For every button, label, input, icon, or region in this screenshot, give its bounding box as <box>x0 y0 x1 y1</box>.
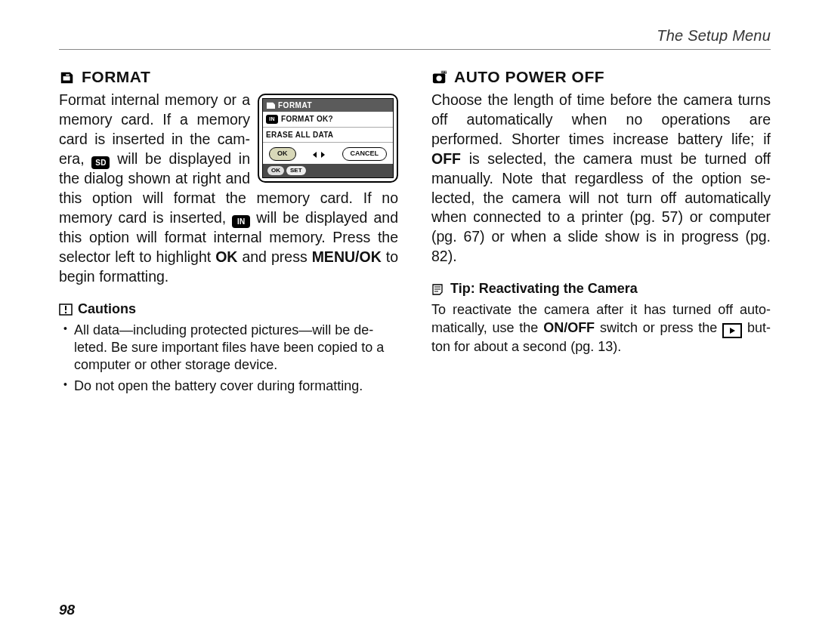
running-header: The Setup Menu <box>59 27 771 50</box>
dialog-cancel-button: CANCEL <box>342 147 388 161</box>
dialog-line-1-text: FORMAT OK? <box>281 114 333 124</box>
two-column-layout: FORMAT FORMAT <box>59 66 771 398</box>
svg-text:OFF: OFF <box>441 71 447 74</box>
auto-power-off-body: Choose the length of time before the cam… <box>431 91 771 267</box>
dialog-button-row: OK CANCEL <box>263 142 393 164</box>
body-part-1: Choose the length of time before the cam… <box>431 91 771 147</box>
dialog-footer: OK SET <box>263 164 393 178</box>
footer-set-pill: SET <box>286 166 306 176</box>
tip-title: Tip: Reactivating the Camera <box>450 280 638 298</box>
svg-point-4 <box>436 75 441 81</box>
body-part-2: is selected, the camera must be turned o… <box>431 150 771 265</box>
heading-text: FORMAT <box>82 66 150 88</box>
internal-memory-icon: IN <box>266 115 278 124</box>
page-number: 98 <box>59 602 75 618</box>
left-column: FORMAT FORMAT <box>59 66 398 398</box>
dialog-line-2: ERASE ALL DATA <box>263 127 393 142</box>
format-heading: FORMAT <box>59 66 398 88</box>
chevron-left-icon <box>312 152 318 158</box>
dialog-line-1: IN FORMAT OK? <box>263 112 393 126</box>
ok-word: OK <box>215 248 237 265</box>
format-card-icon <box>266 101 276 109</box>
dialog-ok-button: OK <box>269 147 296 161</box>
auto-power-off-icon: OFF <box>431 69 448 85</box>
format-dialog-illustration: FORMAT IN FORMAT OK? ERASE ALL DATA <box>258 94 398 183</box>
dialog-frame: FORMAT IN FORMAT OK? ERASE ALL DATA <box>258 94 398 183</box>
internal-memory-icon: IN <box>232 215 250 228</box>
cautions-heading: Cautions <box>59 300 398 319</box>
tip-body: To reactivate the camera after it has tu… <box>431 301 771 356</box>
dialog-inner: FORMAT IN FORMAT OK? ERASE ALL DATA <box>262 98 394 178</box>
playback-button-icon <box>722 323 742 338</box>
dialog-nav-arrows <box>309 147 329 161</box>
menu-ok-word: MENU/OK <box>312 248 382 265</box>
dialog-body: IN FORMAT OK? ERASE ALL DATA OK <box>263 112 393 164</box>
caution-item: Do not open the battery cover during for… <box>66 377 398 395</box>
tip-part-2: switch or press the <box>595 320 722 335</box>
chevron-right-icon <box>320 152 326 158</box>
caution-item: All data—including protected pictures—wi… <box>66 322 398 374</box>
off-word: OFF <box>431 150 461 167</box>
tip-note-icon <box>431 283 445 295</box>
on-off-word: ON/OFF <box>543 320 595 335</box>
dialog-line-2-text: ERASE ALL DATA <box>266 130 333 140</box>
format-card-icon <box>59 69 76 85</box>
dialog-titlebar: FORMAT <box>263 99 393 112</box>
svg-point-2 <box>65 311 66 313</box>
manual-page: The Setup Menu FORMAT <box>0 0 816 644</box>
dialog-title: FORMAT <box>278 100 312 110</box>
svg-rect-0 <box>63 76 70 80</box>
caution-icon <box>59 304 73 316</box>
tip-heading: Tip: Reactivating the Camera <box>431 280 771 298</box>
right-column: OFF AUTO POWER OFF Choose the length of … <box>431 66 771 398</box>
sd-card-icon: SD <box>91 156 110 169</box>
heading-text: AUTO POWER OFF <box>454 66 604 88</box>
auto-power-off-heading: OFF AUTO POWER OFF <box>431 66 771 88</box>
body-part-4: and press <box>237 248 311 265</box>
cautions-list: All data—including protected pictures—wi… <box>59 322 398 396</box>
footer-ok-pill: OK <box>267 166 284 176</box>
cautions-title: Cautions <box>78 300 136 319</box>
